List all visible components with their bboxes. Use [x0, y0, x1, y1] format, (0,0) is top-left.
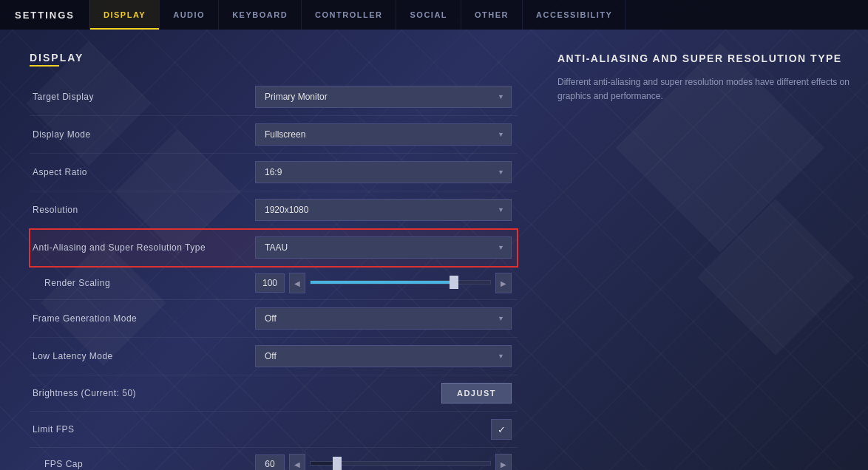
label-fps-cap: FPS Cap	[30, 448, 249, 471]
dropdown-aspect-ratio-wrapper: 16:9	[255, 161, 512, 183]
row-aspect-ratio: Aspect Ratio 16:9	[30, 154, 518, 191]
tab-controller[interactable]: CONTROLLER	[302, 0, 396, 30]
row-render-scaling: Render Scaling 100 ◀ ▶	[30, 267, 518, 300]
row-display-mode: Display Mode Fullscreen	[30, 116, 518, 154]
dropdown-display-mode[interactable]: Fullscreen	[255, 123, 512, 146]
tab-keyboard[interactable]: KEYBOARD	[219, 0, 302, 30]
dropdown-low-latency[interactable]: Off	[255, 345, 512, 367]
fps-cap-track[interactable]	[310, 461, 491, 466]
control-display-mode: Fullscreen	[249, 116, 518, 154]
dropdown-resolution[interactable]: 1920x1080	[255, 199, 512, 221]
label-resolution: Resolution	[30, 191, 249, 229]
render-scaling-increase[interactable]: ▶	[495, 273, 512, 293]
dropdown-target-display[interactable]: Primary Monitor	[255, 86, 512, 108]
right-panel: ANTI-ALIASING AND SUPER RESOLUTION TYPE …	[540, 30, 868, 470]
info-description: Different anti-aliasing and super resolu…	[557, 75, 850, 103]
dropdown-aspect-ratio[interactable]: 16:9	[255, 161, 512, 183]
adjust-button[interactable]: ADJUST	[441, 383, 512, 403]
section-title: DISPLAY	[30, 52, 518, 67]
slider-container-fps: 60 ◀ ▶	[255, 454, 512, 470]
control-render-scaling: 100 ◀ ▶	[249, 267, 518, 300]
nav-tabs: DISPLAY AUDIO KEYBOARD CONTROLLER SOCIAL…	[90, 0, 626, 30]
main-layout: DISPLAY Target Display Primary Monitor	[0, 30, 868, 470]
row-low-latency: Low Latency Mode Off	[30, 338, 518, 375]
fps-cap-increase[interactable]: ▶	[495, 454, 512, 470]
tab-display[interactable]: DISPLAY	[90, 0, 160, 30]
dropdown-anti-aliasing-wrapper: TAAU	[255, 236, 512, 259]
row-anti-aliasing: Anti-Aliasing and Super Resolution Type …	[30, 229, 518, 267]
control-resolution: 1920x1080	[249, 191, 518, 229]
dropdown-target-display-wrapper: Primary Monitor	[255, 86, 512, 108]
info-title: ANTI-ALIASING AND SUPER RESOLUTION TYPE	[557, 52, 850, 65]
render-scaling-value: 100	[255, 273, 285, 293]
render-scaling-track-wrapper	[310, 280, 491, 286]
row-fps-cap: FPS Cap 60 ◀ ▶	[30, 448, 518, 471]
control-limit-fps	[249, 412, 518, 448]
control-frame-generation: Off	[249, 300, 518, 338]
row-brightness: Brightness (Current: 50) ADJUST	[30, 375, 518, 412]
label-aspect-ratio: Aspect Ratio	[30, 154, 249, 191]
label-low-latency: Low Latency Mode	[30, 338, 249, 375]
render-scaling-track[interactable]	[310, 280, 491, 285]
control-fps-cap: 60 ◀ ▶	[249, 448, 518, 471]
label-frame-generation: Frame Generation Mode	[30, 300, 249, 338]
tab-other[interactable]: OTHER	[461, 0, 523, 30]
label-target-display: Target Display	[30, 78, 249, 116]
row-limit-fps: Limit FPS	[30, 412, 518, 448]
label-brightness: Brightness (Current: 50)	[30, 375, 249, 412]
render-scaling-fill	[311, 281, 454, 284]
checkbox-limit-fps-container	[255, 419, 512, 440]
label-display-mode: Display Mode	[30, 116, 249, 154]
tab-audio[interactable]: AUDIO	[160, 0, 219, 30]
control-low-latency: Off	[249, 338, 518, 375]
dropdown-frame-generation[interactable]: Off	[255, 307, 512, 330]
settings-table: Target Display Primary Monitor Display M…	[30, 78, 518, 470]
label-render-scaling: Render Scaling	[30, 267, 249, 300]
checkbox-limit-fps[interactable]	[491, 419, 512, 440]
dropdown-frame-generation-wrapper: Off	[255, 307, 512, 330]
control-brightness: ADJUST	[249, 375, 518, 412]
fps-cap-track-wrapper	[310, 461, 491, 467]
slider-container-render: 100 ◀ ▶	[255, 273, 512, 293]
row-frame-generation: Frame Generation Mode Off	[30, 300, 518, 338]
tab-accessibility[interactable]: ACCESSIBILITY	[523, 0, 626, 30]
dropdown-anti-aliasing[interactable]: TAAU	[255, 236, 512, 259]
control-target-display: Primary Monitor	[249, 78, 518, 116]
dropdown-resolution-wrapper: 1920x1080	[255, 199, 512, 221]
tab-social[interactable]: SOCIAL	[396, 0, 461, 30]
control-aspect-ratio: 16:9	[249, 154, 518, 191]
left-panel: DISPLAY Target Display Primary Monitor	[0, 30, 540, 470]
nav-bar: SETTINGS DISPLAY AUDIO KEYBOARD CONTROLL…	[0, 0, 868, 30]
fps-cap-thumb[interactable]	[333, 457, 342, 470]
label-limit-fps: Limit FPS	[30, 412, 249, 448]
row-resolution: Resolution 1920x1080	[30, 191, 518, 229]
fps-cap-decrease[interactable]: ◀	[289, 454, 305, 470]
dropdown-display-mode-wrapper: Fullscreen	[255, 123, 512, 146]
row-target-display: Target Display Primary Monitor	[30, 78, 518, 116]
fps-cap-value: 60	[255, 454, 285, 470]
settings-label: SETTINGS	[0, 0, 90, 30]
label-anti-aliasing: Anti-Aliasing and Super Resolution Type	[30, 229, 249, 267]
dropdown-low-latency-wrapper: Off	[255, 345, 512, 367]
control-anti-aliasing: TAAU	[249, 229, 518, 267]
render-scaling-decrease[interactable]: ◀	[289, 273, 305, 293]
render-scaling-thumb[interactable]	[450, 276, 458, 289]
